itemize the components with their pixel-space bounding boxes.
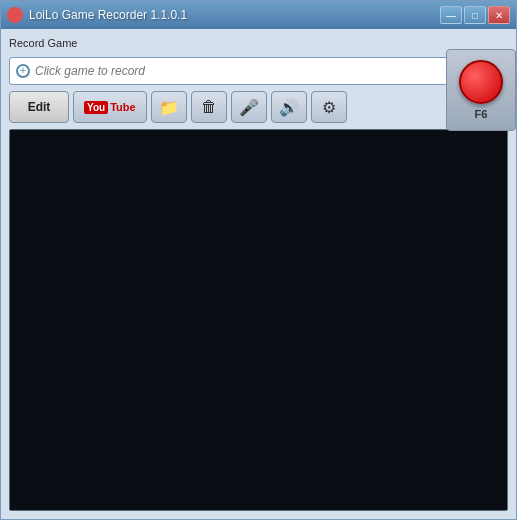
edit-button[interactable]: Edit [9,91,69,123]
preview-area [9,129,508,511]
minimize-button[interactable]: — [440,6,462,24]
folder-button[interactable]: 📁 [151,91,187,123]
delete-button[interactable]: 🗑 [191,91,227,123]
toolbar-row: Edit YouTube 📁 🗑 🎤 🔊 ⚙ [9,91,508,123]
mic-icon: 🎤 [239,98,259,117]
record-circle [459,60,503,104]
game-input-wrapper [9,57,476,85]
youtube-icon-red: You [84,101,108,114]
game-input[interactable] [35,64,469,78]
settings-icon: ⚙ [322,98,336,117]
record-game-label: Record Game [9,37,508,49]
content-area: Record Game ... F6 Edit YouTube 📁 [1,29,516,519]
maximize-button[interactable]: □ [464,6,486,24]
app-icon [7,7,23,23]
record-button[interactable]: F6 [446,49,516,131]
app-window: LoiLo Game Recorder 1.1.0.1 — □ ✕ Record… [0,0,517,520]
plus-icon [16,64,30,78]
window-title: LoiLo Game Recorder 1.1.0.1 [29,8,187,22]
settings-button[interactable]: ⚙ [311,91,347,123]
speaker-icon: 🔊 [279,98,299,117]
title-buttons: — □ ✕ [440,6,510,24]
delete-icon: 🗑 [201,98,217,116]
youtube-icon-text: Tube [110,101,135,113]
input-row: ... F6 [9,57,508,85]
youtube-button[interactable]: YouTube [73,91,147,123]
record-key-label: F6 [475,108,488,120]
title-bar-left: LoiLo Game Recorder 1.1.0.1 [7,7,187,23]
title-bar: LoiLo Game Recorder 1.1.0.1 — □ ✕ [1,1,516,29]
folder-icon: 📁 [159,98,179,117]
close-button[interactable]: ✕ [488,6,510,24]
mic-button[interactable]: 🎤 [231,91,267,123]
speaker-button[interactable]: 🔊 [271,91,307,123]
